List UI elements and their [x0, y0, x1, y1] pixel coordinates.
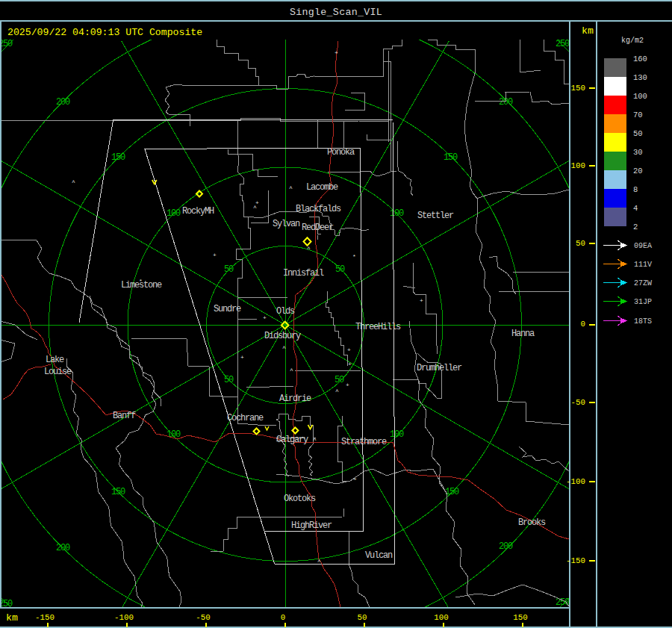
svg-text:Brooks: Brooks [518, 517, 546, 528]
svg-text:250: 250 [0, 39, 13, 49]
svg-text:Strathmore: Strathmore [341, 437, 387, 447]
svg-text:100: 100 [633, 92, 647, 101]
svg-text:+: + [420, 297, 423, 304]
svg-text:Sundre: Sundre [214, 304, 241, 314]
svg-text:-150: -150 [35, 613, 55, 622]
svg-text:-50: -50 [571, 398, 585, 407]
svg-text:0: 0 [281, 613, 285, 622]
svg-text:Banff: Banff [113, 411, 136, 421]
svg-text:Olds: Olds [276, 306, 295, 317]
svg-text:RockyMH: RockyMH [182, 206, 214, 217]
svg-text:0: 0 [581, 320, 585, 329]
svg-text:km: km [582, 25, 594, 37]
svg-text:250: 250 [556, 597, 570, 608]
svg-text:^: ^ [335, 388, 339, 395]
svg-text:Okotoks: Okotoks [284, 494, 316, 504]
svg-text:50: 50 [335, 375, 344, 385]
svg-text:RedDeer: RedDeer [302, 223, 334, 233]
svg-text:+: + [346, 382, 349, 388]
svg-text:+: + [347, 346, 351, 353]
svg-text:150: 150 [571, 84, 585, 93]
svg-text:8: 8 [633, 185, 638, 194]
svg-text:27ZW: 27ZW [634, 279, 652, 287]
svg-text:50: 50 [224, 264, 234, 275]
svg-text:100: 100 [390, 208, 404, 219]
svg-text:*: * [352, 253, 356, 260]
svg-text:+: + [353, 476, 357, 482]
svg-text:150: 150 [111, 487, 125, 497]
svg-text:^: ^ [289, 185, 293, 192]
svg-text:250: 250 [556, 39, 570, 49]
svg-text:Blackfalds: Blackfalds [296, 204, 341, 214]
svg-text:Sylvan: Sylvan [273, 219, 300, 229]
svg-text:150: 150 [513, 613, 527, 622]
svg-text:^: ^ [282, 345, 286, 352]
svg-text:50: 50 [335, 264, 345, 275]
svg-text:Louise: Louise [44, 367, 72, 377]
svg-text:+: + [213, 252, 217, 258]
svg-text:Vulcan: Vulcan [365, 550, 393, 561]
svg-text:Drumheller: Drumheller [417, 363, 462, 373]
svg-text:4: 4 [633, 204, 638, 213]
svg-text:Single_Scan_VIL: Single_Scan_VIL [290, 7, 382, 18]
svg-text:kg/m2: kg/m2 [621, 37, 644, 45]
svg-text:HighRiver: HighRiver [291, 520, 332, 531]
svg-text:-100: -100 [566, 477, 585, 486]
svg-text:Ponoka: Ponoka [327, 147, 355, 158]
svg-text:50: 50 [576, 239, 585, 248]
svg-text:+: + [335, 49, 338, 56]
svg-text:100: 100 [390, 429, 404, 440]
svg-text:+: + [255, 199, 259, 206]
svg-text:Lake: Lake [46, 355, 64, 365]
svg-text:km: km [6, 612, 18, 624]
svg-text:100: 100 [167, 208, 181, 219]
svg-text:-150: -150 [566, 556, 585, 565]
svg-text:-100: -100 [114, 613, 134, 622]
svg-text:^: ^ [317, 559, 321, 565]
svg-text:200: 200 [56, 543, 70, 553]
svg-text:100: 100 [434, 613, 448, 622]
svg-text:+: + [348, 361, 352, 367]
svg-text:*: * [139, 278, 143, 285]
svg-text:09EA: 09EA [634, 242, 652, 250]
svg-text:Airdrie: Airdrie [279, 394, 311, 404]
svg-text:50: 50 [358, 613, 367, 622]
svg-text:Lacombe: Lacombe [306, 182, 338, 193]
svg-text:Cochrane: Cochrane [227, 413, 264, 423]
svg-text:^: ^ [307, 246, 311, 252]
svg-text:70: 70 [633, 111, 643, 119]
svg-text:111V: 111V [634, 261, 652, 269]
svg-text:20: 20 [633, 167, 643, 175]
svg-text:+: + [240, 354, 244, 361]
svg-text:2025/09/22 04:09:13 UTC Compos: 2025/09/22 04:09:13 UTC Composite [7, 27, 202, 38]
svg-text:200: 200 [499, 541, 513, 552]
svg-text:200: 200 [56, 97, 70, 108]
svg-text:150: 150 [444, 152, 458, 163]
svg-text:-50: -50 [196, 613, 210, 622]
svg-text:+: + [263, 314, 267, 321]
svg-text:^: ^ [290, 367, 293, 374]
svg-text:ThreeHills: ThreeHills [355, 322, 401, 332]
svg-text:Hanna: Hanna [511, 329, 535, 339]
svg-text:2: 2 [633, 223, 638, 231]
svg-text:^: ^ [72, 179, 75, 186]
svg-text:100: 100 [571, 161, 585, 170]
svg-text:^: ^ [313, 437, 317, 444]
svg-text:130: 130 [633, 73, 647, 82]
svg-text:160: 160 [633, 55, 647, 63]
svg-text:Calgary: Calgary [276, 435, 308, 445]
svg-text:Didsbury: Didsbury [264, 331, 301, 341]
svg-text:30: 30 [633, 148, 643, 157]
svg-text:31JP: 31JP [634, 298, 652, 306]
svg-text:50: 50 [633, 129, 643, 138]
svg-text:200: 200 [499, 97, 513, 108]
svg-text:50: 50 [224, 375, 234, 385]
svg-text:Stettler: Stettler [417, 211, 454, 221]
svg-text:Innisfail: Innisfail [283, 268, 324, 279]
svg-text:150: 150 [111, 152, 125, 163]
svg-text:18TS: 18TS [634, 317, 652, 326]
